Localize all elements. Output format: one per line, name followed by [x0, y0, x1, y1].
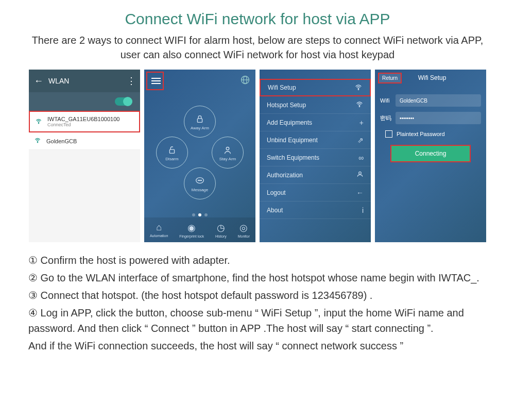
more-icon[interactable]: ⋮	[127, 75, 135, 87]
wifi-name: GoldenGCB	[46, 138, 77, 144]
menu-unbind[interactable]: Unbind Equipment⇗	[260, 131, 371, 149]
unlink-icon: ⇗	[357, 136, 364, 144]
nav-automation[interactable]: ⌂Automation	[150, 222, 168, 238]
menu-hotspot[interactable]: Hotspot Setup	[260, 96, 371, 114]
back-icon[interactable]: ←	[34, 76, 43, 87]
wifi-icon	[34, 137, 41, 145]
arm-controls: Away Arm Disarm Stay Arm Message	[153, 106, 246, 198]
wifi-status: ConnecTed	[47, 122, 119, 127]
wifi-toggle-row	[29, 92, 140, 111]
final-note: And if the WiFi connection succeeds, the…	[28, 338, 487, 354]
wifi-icon	[35, 117, 42, 126]
password-label: 密码	[380, 114, 396, 122]
wlan-title: WLAN	[48, 77, 69, 85]
svg-point-0	[38, 123, 39, 123]
menu-wifi-setup[interactable]: Wifi Setup	[260, 79, 371, 96]
info-icon: i	[362, 206, 364, 214]
message-button[interactable]: Message	[184, 167, 216, 199]
password-input[interactable]: ••••••••	[396, 112, 481, 124]
screen-wlan: ← WLAN ⋮ IWTAC_GA11EU6B1000100 ConnecTed…	[29, 70, 140, 242]
nav-fingerprint[interactable]: ◉Fingerprint lock	[179, 222, 204, 238]
svg-point-12	[359, 106, 359, 107]
bottom-nav: ⌂Automation ◉Fingerprint lock ◷History ◎…	[144, 217, 255, 242]
hamburger-highlight	[146, 72, 164, 90]
instructions: ① Confirm the host is powered with adapt…	[0, 242, 515, 354]
menu-switch[interactable]: Switch Equipments∞	[260, 149, 371, 166]
nav-monitor[interactable]: ◎Monitor	[238, 222, 250, 238]
setup-title: Wifi Setup	[381, 74, 483, 81]
svg-point-8	[198, 180, 199, 180]
screen-menu: Wifi Setup Hotspot Setup Add Equipments+…	[260, 70, 371, 242]
wifi-icon	[355, 100, 364, 110]
svg-point-1	[37, 142, 38, 143]
nav-history[interactable]: ◷History	[215, 222, 227, 238]
page-subtitle: There are 2 ways to connect WIFI for ala…	[0, 28, 515, 70]
menu-auth[interactable]: Authorization	[260, 166, 371, 184]
wifi-item-golden[interactable]: GoldenGCB	[29, 132, 140, 150]
menu-logout[interactable]: Logout←	[260, 184, 371, 201]
menu-list: Wifi Setup Hotspot Setup Add Equipments+…	[260, 70, 371, 219]
stay-arm-button[interactable]: Stay Arm	[212, 137, 244, 169]
step-1: ① Confirm the host is powered with adapt…	[28, 253, 487, 268]
wifi-name: IWTAC_GA11EU6B1000100	[47, 116, 119, 122]
wifi-input[interactable]: GoldenGCB	[396, 94, 481, 107]
wifi-toggle[interactable]	[115, 97, 132, 106]
wifi-label: Wifi	[380, 97, 396, 104]
svg-point-6	[226, 147, 229, 150]
menu-add[interactable]: Add Equipments+	[260, 114, 371, 131]
svg-rect-5	[169, 149, 174, 153]
screenshots-row: ← WLAN ⋮ IWTAC_GA11EU6B1000100 ConnecTed…	[0, 70, 515, 242]
plus-icon: +	[359, 119, 364, 127]
arrow-left-icon: ←	[356, 189, 364, 197]
wifi-form: Wifi GoldenGCB 密码 •••••••• Plaintext Pas…	[375, 86, 486, 171]
screen-wifi-setup: Return Wifi Setup Wifi GoldenGCB 密码 ••••…	[375, 70, 486, 242]
svg-point-9	[199, 180, 200, 180]
svg-point-11	[358, 89, 358, 90]
plaintext-label: Plaintext Password	[397, 131, 445, 137]
svg-point-10	[201, 180, 201, 180]
page-dots	[192, 213, 208, 216]
svg-point-13	[359, 172, 362, 174]
step-4: ④ Log in APP, click the button, choose s…	[28, 305, 487, 336]
disarm-button[interactable]: Disarm	[156, 137, 188, 169]
connect-button[interactable]: Connecting	[390, 145, 471, 162]
menu-about[interactable]: Abouti	[260, 201, 371, 219]
checkbox-icon	[385, 130, 392, 138]
step-2: ② Go to the WLAN interface of smartphone…	[28, 270, 487, 285]
wlan-header: ← WLAN ⋮	[29, 70, 140, 92]
svg-rect-4	[197, 119, 202, 122]
hamburger-icon[interactable]	[151, 76, 161, 86]
wifi-item-iwtac[interactable]: IWTAC_GA11EU6B1000100 ConnecTed	[29, 111, 140, 132]
page-title: Connect WiFi network for host via APP	[0, 0, 515, 28]
setup-header: Return Wifi Setup	[375, 70, 486, 86]
infinity-icon: ∞	[358, 154, 364, 162]
plaintext-row[interactable]: Plaintext Password	[385, 130, 481, 138]
step-3: ③ Connect that hotspot. (the host hotspo…	[28, 288, 487, 303]
away-arm-button[interactable]: Away Arm	[184, 106, 216, 138]
wifi-icon	[354, 83, 363, 93]
screen-home: Away Arm Disarm Stay Arm Message ⌂Automa…	[144, 70, 255, 242]
globe-icon[interactable]	[240, 75, 250, 88]
user-icon	[356, 171, 364, 179]
